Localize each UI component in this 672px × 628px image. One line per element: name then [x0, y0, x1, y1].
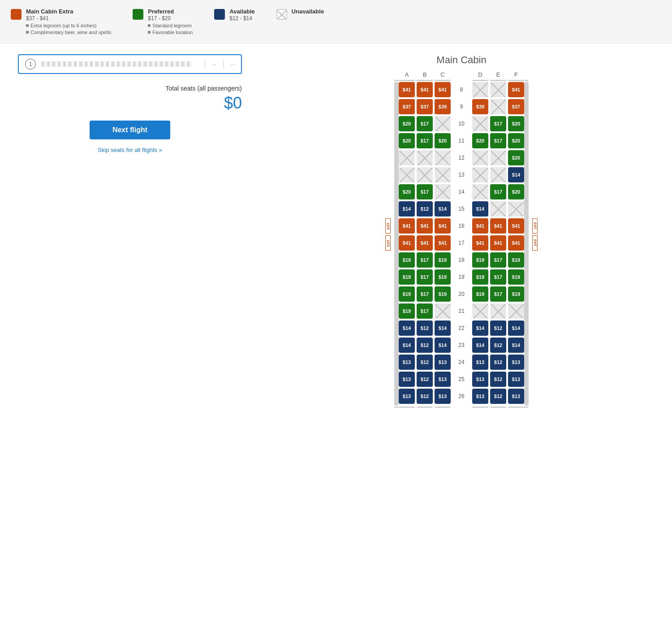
- seat-20f[interactable]: $19: [508, 286, 524, 302]
- seat-25e[interactable]: $12: [490, 372, 506, 387]
- seat-16a[interactable]: $41: [399, 218, 415, 234]
- seat-24b[interactable]: $12: [417, 355, 433, 370]
- seat-11b[interactable]: $17: [417, 133, 433, 148]
- seat-25b[interactable]: $12: [417, 372, 433, 387]
- seat-18d[interactable]: $19: [472, 252, 488, 268]
- seat-23f[interactable]: $14: [508, 338, 524, 353]
- seat-16f[interactable]: $41: [508, 218, 524, 234]
- seat-11f[interactable]: $20: [508, 133, 524, 148]
- seat-20a[interactable]: $19: [399, 286, 415, 302]
- seat-17e[interactable]: $41: [490, 235, 506, 251]
- seat-16b[interactable]: $41: [417, 218, 433, 234]
- seat-17f[interactable]: $41: [508, 235, 524, 251]
- next-flight-button[interactable]: Next flight: [90, 121, 170, 139]
- row-number-12: 12: [452, 150, 470, 165]
- seat-22f[interactable]: $14: [508, 320, 524, 336]
- seat-24d[interactable]: $13: [472, 355, 488, 370]
- seat-9a[interactable]: $37: [399, 99, 415, 114]
- seat-20b[interactable]: $17: [417, 286, 433, 302]
- seat-26f[interactable]: $13: [508, 389, 524, 404]
- seat-24c[interactable]: $13: [435, 355, 451, 370]
- seat-23a[interactable]: $14: [399, 338, 415, 353]
- seat-25a[interactable]: $13: [399, 372, 415, 387]
- seat-21b[interactable]: $17: [417, 303, 433, 319]
- seat-17d[interactable]: $41: [472, 235, 488, 251]
- seat-25f[interactable]: $13: [508, 372, 524, 387]
- seat-17b[interactable]: $41: [417, 235, 433, 251]
- seat-18f[interactable]: $19: [508, 252, 524, 268]
- legend-item-preferred: Preferred $17 - $20 Standard legroom Fav…: [133, 8, 193, 35]
- seat-18b[interactable]: $17: [417, 252, 433, 268]
- seat-16e[interactable]: $41: [490, 218, 506, 234]
- seat-8f[interactable]: $41: [508, 82, 524, 97]
- seat-20e[interactable]: $17: [490, 286, 506, 302]
- seat-11a[interactable]: $20: [399, 133, 415, 148]
- seat-10a[interactable]: $20: [399, 116, 415, 131]
- seat-18c[interactable]: $19: [435, 252, 451, 268]
- seat-20c[interactable]: $19: [435, 286, 451, 302]
- seat-14f[interactable]: $20: [508, 184, 524, 199]
- seat-26e[interactable]: $12: [490, 389, 506, 404]
- skip-seats-link[interactable]: Skip seats for all flights »: [18, 147, 242, 153]
- seat-19d[interactable]: $19: [472, 269, 488, 285]
- seat-19e[interactable]: $17: [490, 269, 506, 285]
- seat-15b[interactable]: $12: [417, 201, 433, 217]
- seat-9b[interactable]: $37: [417, 99, 433, 114]
- seat-8a[interactable]: $41: [399, 82, 415, 97]
- seat-22e[interactable]: $12: [490, 320, 506, 336]
- seat-19f[interactable]: $19: [508, 269, 524, 285]
- seat-15d[interactable]: $14: [472, 201, 488, 217]
- seat-23c[interactable]: $14: [435, 338, 451, 353]
- seat-15c[interactable]: $14: [435, 201, 451, 217]
- passenger-row[interactable]: 1 -- --: [18, 54, 242, 74]
- seat-25c[interactable]: $13: [435, 372, 451, 387]
- legend-swatch-navy: [214, 9, 225, 20]
- seat-23d[interactable]: $14: [472, 338, 488, 353]
- seat-16d[interactable]: $41: [472, 218, 488, 234]
- seat-23b[interactable]: $12: [417, 338, 433, 353]
- seat-9f[interactable]: $37: [508, 99, 524, 114]
- seat-21a[interactable]: $19: [399, 303, 415, 319]
- seat-22a[interactable]: $14: [399, 320, 415, 336]
- seat-9d[interactable]: $39: [472, 99, 488, 114]
- seat-13f[interactable]: $14: [508, 167, 524, 182]
- seat-25d[interactable]: $13: [472, 372, 488, 387]
- seat-11e[interactable]: $17: [490, 133, 506, 148]
- seat-22b[interactable]: $12: [417, 320, 433, 336]
- seat-22d[interactable]: $14: [472, 320, 488, 336]
- seat-26c[interactable]: $13: [435, 389, 451, 404]
- seat-14a[interactable]: $20: [399, 184, 415, 199]
- seat-10b[interactable]: $17: [417, 116, 433, 131]
- seat-8b[interactable]: $41: [417, 82, 433, 97]
- seat-15a[interactable]: $14: [399, 201, 415, 217]
- seat-14e[interactable]: $17: [490, 184, 506, 199]
- seat-10e[interactable]: $17: [490, 116, 506, 131]
- seat-26a[interactable]: $13: [399, 389, 415, 404]
- seat-9c[interactable]: $39: [435, 99, 451, 114]
- seat-19c[interactable]: $19: [435, 269, 451, 285]
- seat-row-10: $20$1710$17$20: [399, 116, 524, 131]
- seat-22c[interactable]: $14: [435, 320, 451, 336]
- seat-18e[interactable]: $17: [490, 252, 506, 268]
- seat-19a[interactable]: $19: [399, 269, 415, 285]
- exit-label-right-16: EXIT: [532, 218, 538, 234]
- seat-16c[interactable]: $41: [435, 218, 451, 234]
- seat-17c[interactable]: $41: [435, 235, 451, 251]
- seat-23e[interactable]: $12: [490, 338, 506, 353]
- seat-26d[interactable]: $13: [472, 389, 488, 404]
- seat-12f[interactable]: $20: [508, 150, 524, 165]
- seat-19b[interactable]: $17: [417, 269, 433, 285]
- seat-8c[interactable]: $41: [435, 82, 451, 97]
- seat-24e[interactable]: $12: [490, 355, 506, 370]
- seat-10f[interactable]: $20: [508, 116, 524, 131]
- seat-20d[interactable]: $19: [472, 286, 488, 302]
- seat-24a[interactable]: $13: [399, 355, 415, 370]
- seat-11c[interactable]: $20: [435, 133, 451, 148]
- seat-11d[interactable]: $20: [472, 133, 488, 148]
- seat-26b[interactable]: $12: [417, 389, 433, 404]
- seat-14b[interactable]: $17: [417, 184, 433, 199]
- seat-18a[interactable]: $19: [399, 252, 415, 268]
- seat-17a[interactable]: $41: [399, 235, 415, 251]
- seat-24f[interactable]: $13: [508, 355, 524, 370]
- seat-row-23: $14$12$1423$14$12$14: [399, 338, 524, 353]
